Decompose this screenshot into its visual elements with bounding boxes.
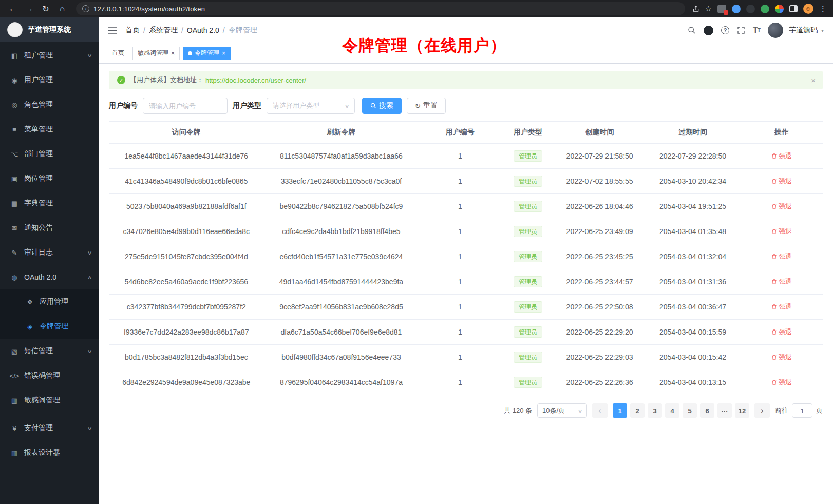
browser-menu-icon[interactable]: ⋮ — [819, 4, 827, 13]
force-logout-button[interactable]: 强退 — [771, 327, 792, 337]
extension-blue-icon[interactable] — [732, 5, 741, 13]
sidebar-item-post[interactable]: ▣ 岗位管理 — [0, 166, 99, 191]
column-header: 用户类型 — [501, 122, 554, 144]
force-logout-button[interactable]: 强退 — [771, 151, 792, 161]
breadcrumb-label: 令牌管理 — [229, 26, 257, 35]
force-logout-button[interactable]: 强退 — [771, 177, 792, 186]
search-icon — [370, 103, 376, 109]
tab-sensitive-word[interactable]: 敏感词管理 × — [132, 47, 180, 60]
force-logout-button[interactable]: 强退 — [771, 353, 792, 362]
sidebar-item-notice[interactable]: ✉ 通知公告 — [0, 216, 99, 240]
help-icon[interactable]: ? — [721, 26, 729, 34]
force-logout-button[interactable]: 强退 — [771, 252, 792, 261]
force-logout-button[interactable]: 强退 — [771, 227, 792, 236]
user-id-input[interactable] — [143, 98, 228, 114]
tab-close-icon[interactable]: × — [222, 50, 225, 56]
next-page-button[interactable]: › — [754, 403, 770, 418]
sidebar-item-report-designer[interactable]: ▦ 报表设计器 — [0, 440, 99, 465]
page-size-select[interactable]: 10条/页 ∨ — [537, 403, 587, 418]
user-avatar[interactable] — [768, 23, 783, 38]
extension-green-icon[interactable] — [761, 5, 769, 13]
browser-home-button[interactable]: ⌂ — [55, 2, 69, 15]
reset-button[interactable]: ↻ 重置 — [407, 98, 446, 114]
caret-down-icon[interactable]: ▾ — [821, 28, 824, 33]
tab-token[interactable]: 令牌管理 × — [183, 47, 231, 60]
page-number-button[interactable]: 3 — [648, 403, 662, 418]
extensions-puzzle-icon[interactable] — [775, 5, 784, 13]
tab-home[interactable]: 首页 × — [107, 47, 129, 60]
force-logout-button[interactable]: 强退 — [771, 277, 792, 286]
page-number-button[interactable]: 6 — [700, 403, 714, 418]
sidebar-item-audit-log[interactable]: ✎ 审计日志 ∨ — [0, 240, 99, 265]
github-icon[interactable] — [704, 26, 713, 35]
user-type-badge: 管理员 — [514, 176, 542, 187]
page-number-button[interactable]: 5 — [683, 403, 697, 418]
force-logout-button[interactable]: 强退 — [771, 378, 792, 387]
chevron-icon: ∨ — [87, 53, 92, 59]
org-tree-icon: ⌥ — [9, 150, 20, 158]
refresh-token-cell: cdfc4ce9c2da4bb1bdf21b9918ff4be5 — [264, 219, 419, 244]
page-number-button[interactable]: 4 — [665, 403, 679, 418]
sidebar-item-menu[interactable]: ≡ 菜单管理 — [0, 117, 99, 142]
sidebar-item-tenant[interactable]: ◧ 租户管理 ∨ — [0, 43, 99, 68]
page-number-button[interactable]: 12 — [735, 403, 749, 418]
user-type-badge: 管理员 — [514, 251, 542, 262]
sidebar-item-oauth2[interactable]: ◍ OAuth 2.0 ∧ — [0, 265, 99, 289]
page-number-button[interactable]: 2 — [630, 403, 645, 418]
collapse-sidebar-icon[interactable] — [108, 27, 117, 34]
force-logout-label: 强退 — [779, 227, 792, 236]
search-icon[interactable] — [688, 26, 696, 34]
user-type-select[interactable]: 请选择用户类型 ∨ — [267, 98, 355, 114]
prev-page-button[interactable]: ‹ — [592, 403, 608, 418]
sidebar-item-dict[interactable]: ▤ 字典管理 — [0, 191, 99, 216]
sidebar-item-user[interactable]: ◉ 用户管理 — [0, 68, 99, 92]
browser-address-bar[interactable]: i 127.0.0.1:1024/system/oauth2/token — [76, 2, 685, 15]
sidebar-item-dept[interactable]: ⌥ 部门管理 — [0, 142, 99, 166]
sidebar-item-sensitive-word[interactable]: ▥ 敏感词管理 — [0, 388, 99, 413]
user-type-badge: 管理员 — [514, 301, 542, 313]
tab-close-icon[interactable]: × — [171, 50, 175, 56]
page-number-button[interactable]: ··· — [717, 403, 732, 418]
search-button[interactable]: 搜索 — [362, 98, 402, 114]
actions-cell: 强退 — [741, 144, 823, 169]
browser-profile-avatar[interactable]: ☺ — [803, 4, 813, 14]
sidebar-item-payment[interactable]: ¥ 支付管理 ∨ — [0, 416, 99, 440]
force-logout-button[interactable]: 强退 — [771, 302, 792, 312]
sidebar-item-role[interactable]: ◎ 角色管理 — [0, 92, 99, 117]
extension-dark-icon[interactable] — [746, 5, 755, 13]
force-logout-label: 强退 — [779, 177, 792, 186]
doc-link[interactable]: https://doc.iocoder.cn/user-center/ — [205, 76, 306, 84]
sidebar-item-sms[interactable]: ▧ 短信管理 ∨ — [0, 339, 99, 363]
menu-item-label: 用户管理 — [24, 75, 91, 85]
font-size-icon[interactable]: TT — [753, 26, 760, 35]
alert-close-icon[interactable]: × — [811, 76, 816, 85]
access-token-cell: f9336e7c7dd242a283ee98dc86b17a87 — [109, 320, 264, 345]
breadcrumb-item[interactable]: 系统管理 / — [149, 26, 187, 35]
fullscreen-icon[interactable] — [737, 26, 745, 34]
browser-reload-button[interactable]: ↻ — [39, 2, 52, 15]
goto-page-input[interactable] — [792, 403, 812, 418]
force-logout-button[interactable]: 强退 — [771, 202, 792, 211]
share-icon[interactable] — [692, 5, 699, 13]
created-time-cell: 2022-06-25 22:50:08 — [554, 295, 645, 320]
page-number-button[interactable]: 1 — [613, 403, 627, 418]
browser-back-button[interactable]: ← — [6, 2, 20, 15]
bookmark-star-icon[interactable]: ☆ — [705, 4, 712, 13]
breadcrumb-item[interactable]: OAuth 2.0 / — [187, 26, 229, 34]
user-type-badge: 管理员 — [514, 326, 542, 338]
username-label[interactable]: 芋道源码 — [789, 26, 818, 35]
extension-badged-icon[interactable] — [717, 5, 726, 13]
breadcrumb-item[interactable]: 首页 / — [125, 26, 149, 35]
app-logo[interactable]: 芋道管理系统 — [0, 17, 99, 42]
info-icon[interactable]: i — [82, 5, 89, 12]
breadcrumb-item[interactable]: 令牌管理 — [229, 26, 264, 35]
access-token-cell: 1ea5e44f8bc1467aaede43144f31de76 — [109, 144, 264, 169]
sidebar-item-error-code[interactable]: </> 错误码管理 — [0, 363, 99, 388]
actions-cell: 强退 — [741, 370, 823, 395]
app-window: 芋道管理系统 ◧ 租户管理 ∨ ◉ 用户管理 ◎ 角色管理 — [0, 17, 833, 504]
browser-forward-button[interactable]: → — [23, 2, 36, 15]
sidebar-item-oauth2-app[interactable]: ❖ 应用管理 — [0, 289, 99, 314]
sidebar-item-oauth2-token[interactable]: ◈ 令牌管理 — [0, 314, 99, 339]
doc-alert: ✓ 【用户体系】文档地址： https://doc.iocoder.cn/use… — [109, 71, 823, 89]
side-panel-icon[interactable] — [789, 5, 798, 12]
